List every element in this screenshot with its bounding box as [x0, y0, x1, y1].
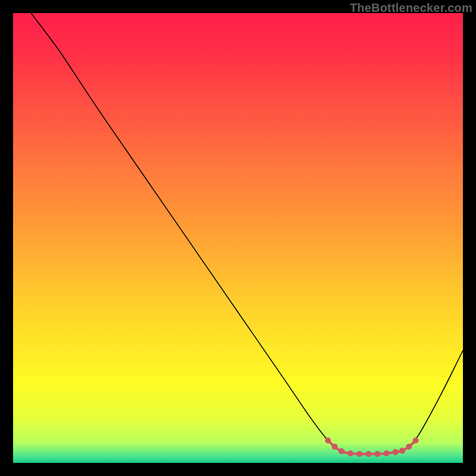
- valley-marker: [339, 448, 345, 454]
- chart-background: [13, 13, 463, 463]
- chart-svg: [13, 13, 463, 463]
- valley-marker: [332, 444, 338, 450]
- valley-marker: [325, 437, 331, 443]
- valley-marker: [383, 450, 389, 456]
- valley-marker: [365, 451, 371, 457]
- chart-container: TheBottlenecker.com: [0, 0, 476, 476]
- plot-area: [13, 13, 463, 463]
- valley-marker: [347, 450, 353, 456]
- valley-marker: [356, 451, 362, 457]
- valley-marker: [413, 437, 419, 443]
- valley-marker: [393, 449, 399, 455]
- valley-marker: [399, 448, 405, 454]
- watermark-text: TheBottlenecker.com: [350, 1, 472, 15]
- valley-marker: [406, 444, 412, 450]
- valley-marker: [374, 451, 380, 457]
